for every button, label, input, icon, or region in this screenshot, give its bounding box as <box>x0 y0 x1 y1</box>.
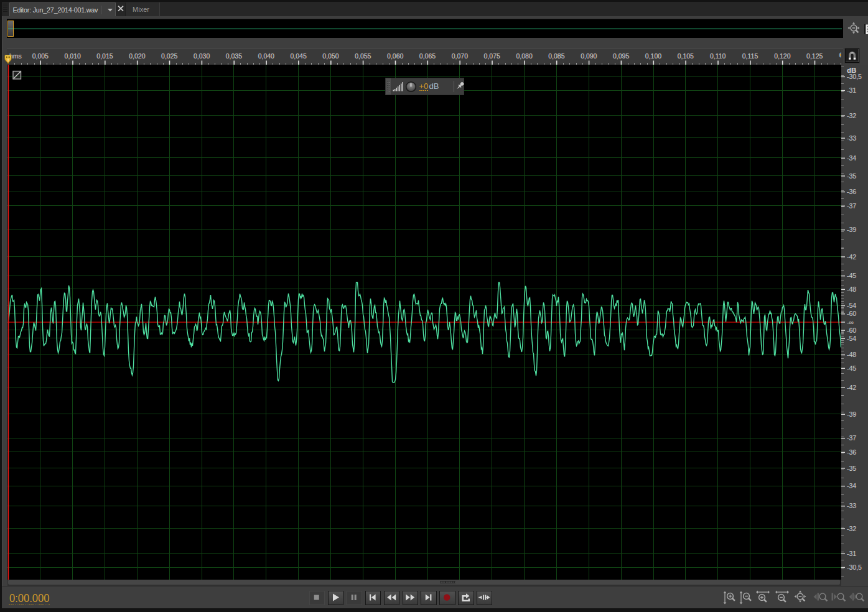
audition-editor-window: Editor: Jun_27_2014-001.wav Mixer <box>0 0 868 612</box>
svg-text:-60: -60 <box>847 326 856 333</box>
svg-text:0,020: 0,020 <box>129 52 145 60</box>
timeline-ruler[interactable]: 0,0050,0100,0150,0200,0250,0300,0350,040… <box>7 48 843 65</box>
snap-toggle-button[interactable] <box>845 49 859 63</box>
svg-text:-48: -48 <box>847 351 856 358</box>
hud-separator <box>454 81 454 92</box>
svg-text:0,035: 0,035 <box>226 52 242 60</box>
level-bars-icon <box>393 81 405 92</box>
editor-panel: 0,0050,0100,0150,0200,0250,0300,0350,040… <box>2 16 868 609</box>
scrollbar-grip-icon <box>440 581 455 583</box>
gain-unit-label: dB <box>429 82 446 90</box>
svg-text:-33: -33 <box>847 502 856 509</box>
tab-mixer-label: Mixer <box>126 5 159 14</box>
svg-text:0,090: 0,090 <box>581 52 597 60</box>
db-scale[interactable]: -30,5-31-32-33-34-35-36-37-39-42-45-48-5… <box>841 65 868 580</box>
svg-text:-35: -35 <box>847 464 856 471</box>
zoom-toolbar <box>2 587 868 608</box>
svg-text:-32: -32 <box>847 524 856 532</box>
zoom-in-horizontal-button[interactable] <box>755 590 771 606</box>
svg-text:-39: -39 <box>847 226 856 233</box>
svg-text:0,005: 0,005 <box>32 52 49 60</box>
ruler-edge-marker <box>838 52 841 58</box>
svg-text:0,045: 0,045 <box>290 52 306 60</box>
tab-mixer[interactable]: Mixer <box>125 2 160 16</box>
svg-text:0,050: 0,050 <box>322 52 338 60</box>
svg-text:-45: -45 <box>847 272 856 279</box>
zoom-out-vertical-button[interactable] <box>739 590 755 606</box>
svg-text:-34: -34 <box>847 154 856 161</box>
svg-text:-31: -31 <box>847 550 856 557</box>
zoom-to-in-point-button[interactable] <box>812 590 828 606</box>
svg-text:0,025: 0,025 <box>161 52 177 60</box>
svg-text:-32: -32 <box>847 111 856 119</box>
svg-text:0,085: 0,085 <box>548 52 564 60</box>
zoom-to-selection-button[interactable] <box>848 590 864 606</box>
chevron-down-icon[interactable] <box>105 3 115 16</box>
zoom-navigator[interactable] <box>7 19 843 38</box>
svg-text:-60: -60 <box>847 310 856 317</box>
svg-text:-42: -42 <box>847 383 856 391</box>
gain-underline <box>419 90 428 91</box>
svg-text:-36: -36 <box>847 448 856 456</box>
svg-text:0,070: 0,070 <box>452 52 468 60</box>
svg-text:-39: -39 <box>847 410 856 417</box>
zoom-in-horizontal-icon <box>755 590 771 606</box>
panel-grip-icon[interactable] <box>3 4 9 14</box>
svg-text:0,060: 0,060 <box>387 52 403 60</box>
svg-text:-48: -48 <box>847 285 856 293</box>
svg-text:0,015: 0,015 <box>96 52 113 60</box>
magnet-icon <box>846 49 859 62</box>
svg-text:-45: -45 <box>847 364 856 371</box>
svg-text:0,030: 0,030 <box>194 52 210 60</box>
zoom-to-out-point-icon <box>830 590 846 606</box>
svg-text:dB: dB <box>847 67 856 74</box>
scrollbar-thumb[interactable] <box>8 580 840 585</box>
svg-text:-54: -54 <box>847 335 856 342</box>
pin-icon[interactable] <box>455 81 465 91</box>
svg-text:0,105: 0,105 <box>678 52 694 60</box>
svg-text:0,055: 0,055 <box>355 52 371 60</box>
svg-text:-∞: -∞ <box>847 318 854 325</box>
svg-text:-36: -36 <box>847 188 856 195</box>
tab-editor[interactable]: Editor: Jun_27_2014-001.wav <box>9 2 116 16</box>
svg-text:-30,5: -30,5 <box>847 563 862 571</box>
svg-text:-35: -35 <box>847 172 856 179</box>
panel-list-icon[interactable] <box>864 24 868 34</box>
svg-text:0,065: 0,065 <box>419 52 436 60</box>
hud-grip-icon[interactable] <box>386 78 391 95</box>
gain-knob[interactable] <box>405 81 417 93</box>
svg-text:-42: -42 <box>847 253 856 260</box>
svg-text:0,010: 0,010 <box>65 52 81 60</box>
svg-text:0,110: 0,110 <box>710 52 726 60</box>
zoom-to-selection-icon <box>848 590 864 606</box>
zoom-to-out-point-button[interactable] <box>830 590 846 606</box>
svg-text:0,120: 0,120 <box>774 52 790 60</box>
svg-text:-33: -33 <box>847 134 856 141</box>
zoom-out-horizontal-icon <box>774 590 790 606</box>
close-icon[interactable] <box>116 4 125 13</box>
svg-text:0,115: 0,115 <box>742 52 758 60</box>
svg-text:0,095: 0,095 <box>613 52 629 60</box>
svg-text:0,125: 0,125 <box>806 52 823 60</box>
waveform-display[interactable] <box>7 65 841 580</box>
zoom-out-horizontal-button[interactable] <box>774 590 790 606</box>
svg-text:0,100: 0,100 <box>645 52 661 60</box>
zoom-out-full-button[interactable] <box>793 590 809 606</box>
overview-waveform-line <box>7 29 842 30</box>
volume-hud[interactable]: +0 dB <box>386 78 464 95</box>
svg-text:-37: -37 <box>847 434 856 442</box>
status-bar: 0:00.000 <box>2 586 868 608</box>
svg-text:-31: -31 <box>847 86 856 94</box>
tab-bar: Editor: Jun_27_2014-001.wav Mixer <box>2 2 868 16</box>
svg-text:-54: -54 <box>847 302 856 309</box>
horizontal-scrollbar[interactable] <box>7 580 841 586</box>
tab-editor-label: Editor: Jun_27_2014-001.wav <box>13 6 98 14</box>
zoom-navigator-handle[interactable] <box>7 21 14 37</box>
svg-text:-34: -34 <box>847 482 856 489</box>
zoom-in-vertical-button[interactable] <box>722 590 739 606</box>
panel-frame-highlight <box>2 16 2 593</box>
zoom-out-full-top-icon[interactable] <box>846 21 862 37</box>
svg-text:-37: -37 <box>847 202 856 209</box>
tab-separator <box>101 6 102 14</box>
svg-text:0,080: 0,080 <box>516 52 532 60</box>
